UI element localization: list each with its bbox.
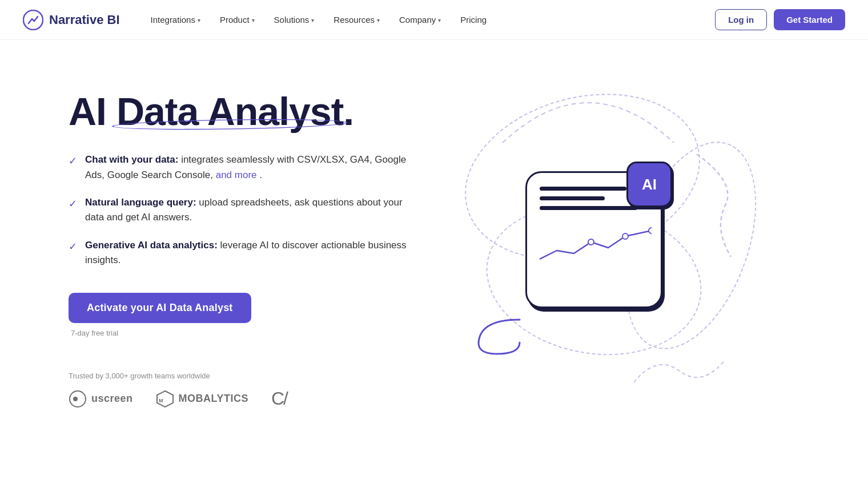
chevron-down-icon: ▾ bbox=[252, 17, 255, 23]
check-icon: ✓ bbox=[69, 239, 77, 255]
svg-point-5 bbox=[588, 239, 594, 245]
chevron-down-icon: ▾ bbox=[438, 17, 441, 23]
uscreen-icon bbox=[69, 390, 87, 408]
check-icon: ✓ bbox=[69, 154, 77, 170]
card-line bbox=[540, 206, 637, 210]
nav-actions: Log in Get Started bbox=[715, 9, 845, 30]
card-line bbox=[540, 187, 626, 191]
trusted-section: Trusted by 3,000+ growth teams worldwide… bbox=[69, 372, 411, 409]
main-navigation: Narrative BI Integrations ▾ Product ▾ So… bbox=[0, 0, 868, 40]
hero-left: AI Data Analyst. ✓ Chat with your data: … bbox=[69, 74, 411, 409]
hero-section: AI Data Analyst. ✓ Chat with your data: … bbox=[0, 40, 868, 488]
feature-item-genai: ✓ Generative AI data analytics: leverage… bbox=[69, 238, 411, 268]
nav-item-solutions[interactable]: Solutions ▾ bbox=[266, 10, 323, 29]
nav-links: Integrations ▾ Product ▾ Solutions ▾ Res… bbox=[143, 10, 716, 29]
login-button[interactable]: Log in bbox=[715, 9, 767, 30]
deco-arc-top bbox=[491, 86, 685, 154]
activate-button[interactable]: Activate your AI Data Analyst bbox=[69, 293, 251, 323]
brand-name: Narrative BI bbox=[49, 13, 120, 27]
brand-uscreen: uscreen bbox=[69, 390, 133, 408]
codepen-logo-text: C/ bbox=[271, 388, 287, 409]
get-started-button[interactable]: Get Started bbox=[774, 9, 845, 30]
svg-point-7 bbox=[649, 228, 652, 233]
deco-bottom-right bbox=[634, 354, 725, 388]
card-line bbox=[540, 196, 605, 200]
nav-item-product[interactable]: Product ▾ bbox=[212, 10, 263, 29]
trial-text: 7-day free trial bbox=[69, 329, 118, 337]
nav-item-resources[interactable]: Resources ▾ bbox=[326, 10, 388, 29]
chevron-down-icon: ▾ bbox=[198, 17, 200, 23]
ai-illustration: AI bbox=[463, 80, 748, 411]
svg-point-2 bbox=[73, 397, 78, 401]
brand-codepen: C/ bbox=[271, 388, 287, 409]
brand-logos: uscreen M MOBALYTICS C/ bbox=[69, 388, 411, 409]
check-icon: ✓ bbox=[69, 196, 77, 212]
svg-point-6 bbox=[622, 233, 628, 239]
chevron-down-icon: ▾ bbox=[311, 17, 314, 23]
brand-mobalytics: M MOBALYTICS bbox=[156, 390, 248, 408]
nav-item-integrations[interactable]: Integrations ▾ bbox=[143, 10, 208, 29]
feature-item-chat: ✓ Chat with your data: integrates seamle… bbox=[69, 152, 411, 183]
deco-right-curve bbox=[691, 148, 737, 263]
ai-badge: AI bbox=[626, 162, 672, 207]
features-list: ✓ Chat with your data: integrates seamle… bbox=[69, 152, 411, 268]
chevron-down-icon: ▾ bbox=[377, 17, 380, 23]
nav-item-company[interactable]: Company ▾ bbox=[391, 10, 449, 29]
trusted-label: Trusted by 3,000+ growth teams worldwide bbox=[69, 372, 411, 380]
nav-item-pricing[interactable]: Pricing bbox=[452, 10, 495, 29]
logo-link[interactable]: Narrative BI bbox=[23, 10, 120, 30]
svg-text:M: M bbox=[159, 398, 163, 404]
hero-title: AI Data Analyst. bbox=[69, 91, 411, 132]
feature-item-nlq: ✓ Natural language query: upload spreads… bbox=[69, 195, 411, 225]
cta-area: Activate your AI Data Analyst 7-day free… bbox=[69, 293, 411, 337]
mobalytics-icon: M bbox=[156, 390, 174, 408]
and-more-link[interactable]: and more bbox=[216, 170, 257, 180]
hero-right: AI bbox=[411, 74, 799, 417]
deco-curl-left bbox=[474, 314, 531, 360]
logo-icon bbox=[23, 10, 43, 30]
ai-card: AI bbox=[525, 171, 662, 308]
card-chart bbox=[540, 219, 652, 265]
